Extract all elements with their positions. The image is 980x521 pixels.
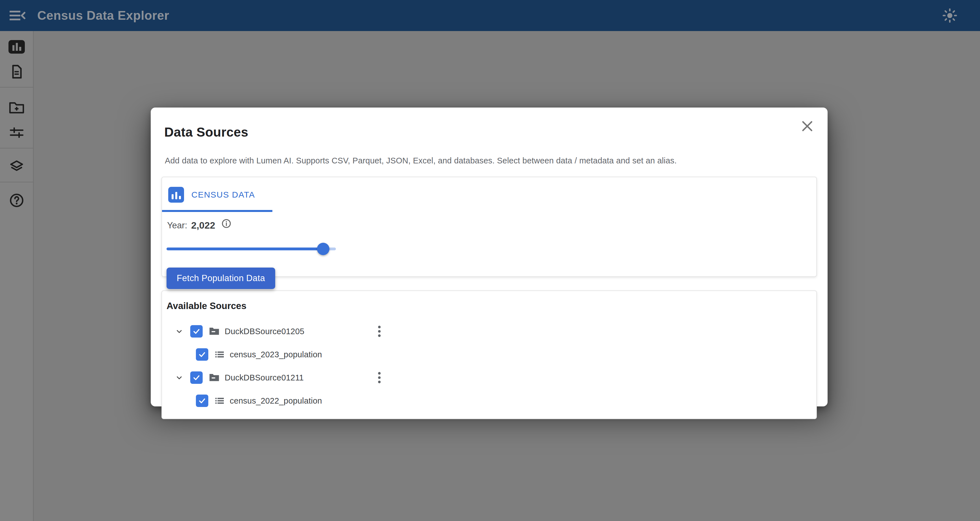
chevron-down-icon	[175, 327, 184, 336]
sidebar-item-add-source[interactable]	[0, 95, 33, 120]
sidebar-item-notes[interactable]	[0, 59, 33, 84]
tab-label: CENSUS DATA	[191, 190, 255, 200]
source-name: DuckDBSource01205	[225, 327, 304, 336]
chevron-down-icon	[175, 373, 184, 383]
bar-chart-icon	[8, 40, 25, 54]
info-icon	[221, 218, 231, 230]
slider-handle[interactable]	[317, 243, 329, 255]
fetch-population-data-button[interactable]: Fetch Population Data	[167, 268, 275, 289]
help-icon	[9, 193, 24, 208]
menu-open-icon	[9, 9, 26, 22]
source-row: DuckDBSource01211	[162, 371, 816, 384]
sidebar-item-help[interactable]	[0, 188, 33, 213]
available-sources-heading: Available Sources	[167, 300, 816, 311]
dialog-title: Data Sources	[164, 124, 817, 140]
source-checkbox[interactable]	[190, 372, 203, 384]
table-name: census_2022_population	[230, 396, 322, 405]
check-icon	[198, 350, 206, 359]
source-row: DuckDBSource01205	[162, 325, 816, 338]
year-value: 2,022	[191, 220, 215, 231]
data-sources-dialog: Data Sources Add data to explore with Lu…	[151, 108, 827, 407]
sources-tree: DuckDBSource01205	[162, 325, 816, 407]
sidebar-item-explorer[interactable]	[0, 35, 33, 59]
close-icon	[801, 120, 814, 133]
source-menu-button[interactable]	[373, 325, 385, 338]
year-slider[interactable]	[167, 243, 336, 255]
year-label: Year:	[167, 221, 187, 230]
dialog-description: Add data to explore with Lumen AI. Suppo…	[165, 156, 817, 165]
check-icon	[192, 327, 201, 335]
available-sources-card: Available Sources	[161, 291, 817, 419]
tune-icon	[9, 125, 24, 140]
expand-toggle[interactable]	[172, 373, 186, 383]
table-checkbox[interactable]	[196, 348, 208, 361]
source-checkbox[interactable]	[190, 325, 203, 338]
kebab-menu-icon	[378, 371, 381, 384]
bar-chart-icon	[168, 187, 184, 203]
year-readout: Year: 2,022	[167, 220, 816, 231]
folder-add-icon	[9, 100, 25, 115]
check-icon	[192, 373, 201, 382]
sidebar-divider	[0, 148, 33, 148]
folder-icon	[209, 327, 220, 336]
folder-icon	[209, 373, 220, 382]
close-button[interactable]	[798, 117, 816, 135]
app-header: Census Data Explorer	[0, 0, 980, 31]
left-sidebar	[0, 31, 33, 521]
table-checkbox[interactable]	[196, 395, 208, 407]
tab-census-data[interactable]: CENSUS DATA	[162, 177, 272, 212]
table-name: census_2023_population	[230, 350, 322, 359]
sidebar-divider	[0, 182, 33, 182]
table-row: census_2022_population	[162, 394, 816, 407]
sidebar-divider	[0, 87, 33, 87]
sidebar-item-settings[interactable]	[0, 120, 33, 145]
census-data-card: CENSUS DATA Year: 2,022 Fetch Population…	[161, 177, 817, 277]
page-title: Census Data Explorer	[37, 8, 169, 22]
check-icon	[198, 397, 206, 405]
document-icon	[9, 64, 24, 79]
table-list-icon	[215, 397, 225, 405]
slider-fill	[167, 248, 323, 250]
layers-icon	[9, 159, 24, 174]
theme-toggle-button[interactable]	[940, 6, 960, 25]
sun-icon	[942, 8, 957, 23]
source-name: DuckDBSource01211	[225, 373, 304, 383]
sidebar-toggle-button[interactable]	[8, 6, 27, 25]
sidebar-item-layers[interactable]	[0, 154, 33, 179]
table-row: census_2023_population	[162, 348, 816, 361]
table-list-icon	[215, 350, 225, 359]
source-menu-button[interactable]	[373, 371, 385, 384]
kebab-menu-icon	[378, 325, 381, 338]
expand-toggle[interactable]	[172, 327, 186, 336]
